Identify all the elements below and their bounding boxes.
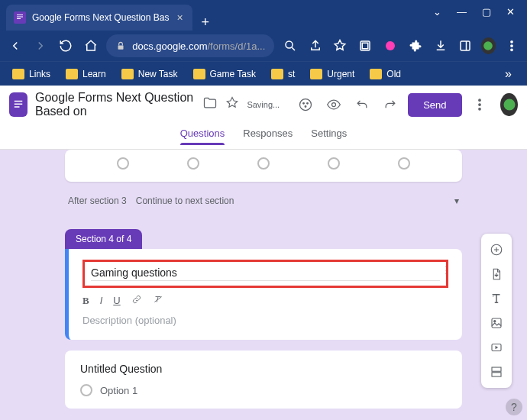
svg-point-18 xyxy=(302,103,304,105)
add-video-button[interactable] xyxy=(484,336,509,359)
svg-rect-14 xyxy=(15,101,23,102)
downloads-icon[interactable] xyxy=(431,35,450,57)
star-bookmark-icon[interactable] xyxy=(331,35,350,57)
radio-option[interactable] xyxy=(328,157,340,170)
svg-point-7 xyxy=(386,41,395,50)
reload-button[interactable] xyxy=(57,35,76,57)
add-image-button[interactable] xyxy=(484,312,509,334)
folder-icon xyxy=(370,69,382,79)
window-close-icon[interactable]: ✕ xyxy=(506,6,515,18)
section-action-dropdown[interactable]: Continue to next section ▾ xyxy=(136,191,459,211)
clear-format-button[interactable] xyxy=(153,294,163,307)
folder-icon xyxy=(193,69,205,79)
question-title[interactable]: Untitled Question xyxy=(80,363,447,375)
address-bar[interactable]: docs.google.com/forms/d/1a... xyxy=(106,34,274,57)
add-question-button[interactable] xyxy=(484,238,509,261)
reading-list-icon[interactable] xyxy=(356,35,375,57)
search-tabs-icon[interactable]: ⌄ xyxy=(433,6,441,18)
underline-button[interactable]: U xyxy=(113,295,120,306)
radio-option[interactable] xyxy=(398,157,410,170)
customize-theme-icon[interactable] xyxy=(295,91,315,118)
redo-icon[interactable] xyxy=(380,91,400,118)
svg-point-25 xyxy=(503,99,515,111)
add-section-button[interactable] xyxy=(484,360,509,383)
radio-grid-row xyxy=(65,150,462,182)
svg-point-13 xyxy=(510,49,512,50)
folder-icon xyxy=(310,69,322,79)
bookmarks-overflow-icon[interactable]: » xyxy=(496,67,521,81)
bookmark-folder[interactable]: New Task xyxy=(115,66,184,82)
bookmark-folder[interactable]: Learn xyxy=(60,66,112,82)
annotation-highlight xyxy=(82,260,448,288)
preview-icon[interactable] xyxy=(323,91,344,118)
extensions-puzzle-icon[interactable] xyxy=(406,35,425,57)
browser-tab[interactable]: Google Forms Next Question Bas × xyxy=(6,5,192,31)
radio-option[interactable] xyxy=(257,157,270,170)
svg-rect-8 xyxy=(461,41,470,50)
previous-question-card xyxy=(65,150,462,182)
option-label: Option 1 xyxy=(100,385,137,396)
back-button[interactable] xyxy=(6,35,25,57)
move-folder-icon[interactable] xyxy=(202,95,218,114)
bold-button[interactable]: B xyxy=(82,295,89,307)
tab-questions[interactable]: Questions xyxy=(180,128,225,145)
new-tab-button[interactable]: + xyxy=(192,15,219,31)
form-star-icon[interactable] xyxy=(225,96,239,113)
bookmark-folder[interactable]: Old xyxy=(364,66,407,82)
window-controls: ⌄ — ▢ ✕ xyxy=(421,0,527,24)
svg-rect-0 xyxy=(17,15,23,15)
browser-menu-icon[interactable] xyxy=(502,35,521,57)
bookmark-folder[interactable]: Links xyxy=(6,66,57,82)
send-button[interactable]: Send xyxy=(408,93,461,117)
forward-button[interactable] xyxy=(31,35,50,57)
window-maximize-icon[interactable]: ▢ xyxy=(482,6,491,18)
radio-option[interactable] xyxy=(187,157,199,170)
question-option[interactable]: Option 1 xyxy=(80,384,447,396)
bookmark-folder[interactable]: Game Task xyxy=(187,66,262,82)
svg-rect-6 xyxy=(362,43,368,49)
profile-avatar-icon[interactable] xyxy=(481,37,496,54)
tab-responses[interactable]: Responses xyxy=(243,128,293,145)
section-header-card[interactable]: B I U Description (optional) xyxy=(65,249,462,340)
radio-icon xyxy=(80,384,92,396)
svg-rect-31 xyxy=(492,318,501,328)
window-minimize-icon[interactable]: — xyxy=(457,6,467,18)
radio-option[interactable] xyxy=(117,157,129,170)
home-button[interactable] xyxy=(81,35,100,57)
zoom-icon[interactable] xyxy=(280,35,299,57)
section-action-value: Continue to next section xyxy=(136,195,234,206)
bookmark-folder[interactable]: st xyxy=(265,66,301,82)
forms-favicon xyxy=(14,11,26,24)
svg-text:T: T xyxy=(492,293,495,298)
forms-logo-icon[interactable] xyxy=(9,92,27,117)
forms-header: Google Forms Next Question Based on Savi… xyxy=(0,86,527,124)
svg-point-4 xyxy=(286,41,293,48)
bookmarks-bar: Links Learn New Task Game Task st Urgent… xyxy=(0,61,527,86)
tab-close-icon[interactable]: × xyxy=(175,11,184,24)
share-icon[interactable] xyxy=(306,35,325,57)
section-title-input[interactable] xyxy=(91,265,440,281)
undo-icon[interactable] xyxy=(351,91,372,118)
form-menu-icon[interactable] xyxy=(470,91,490,118)
sidepanel-icon[interactable] xyxy=(456,35,475,57)
section-badge: Section 4 of 4 xyxy=(65,229,142,249)
italic-button[interactable]: I xyxy=(100,295,103,306)
section-description-input[interactable]: Description (optional) xyxy=(82,315,448,326)
tab-settings[interactable]: Settings xyxy=(311,128,347,145)
svg-point-32 xyxy=(494,321,496,322)
link-button[interactable] xyxy=(131,294,142,307)
form-tabs: Questions Responses Settings xyxy=(0,124,527,150)
add-title-button[interactable]: T xyxy=(484,287,509,310)
import-questions-button[interactable] xyxy=(484,263,509,286)
bookmark-folder[interactable]: Urgent xyxy=(304,66,360,82)
folder-icon xyxy=(12,69,24,79)
svg-rect-16 xyxy=(15,106,20,108)
chevron-down-icon: ▾ xyxy=(454,195,459,206)
svg-point-10 xyxy=(484,41,493,50)
help-icon[interactable]: ? xyxy=(506,399,522,415)
svg-point-12 xyxy=(510,45,512,47)
question-card[interactable]: Untitled Question Option 1 xyxy=(65,351,462,409)
account-avatar-icon[interactable] xyxy=(500,93,518,116)
form-title[interactable]: Google Forms Next Question Based on xyxy=(35,91,195,118)
extension1-icon[interactable] xyxy=(381,35,400,57)
